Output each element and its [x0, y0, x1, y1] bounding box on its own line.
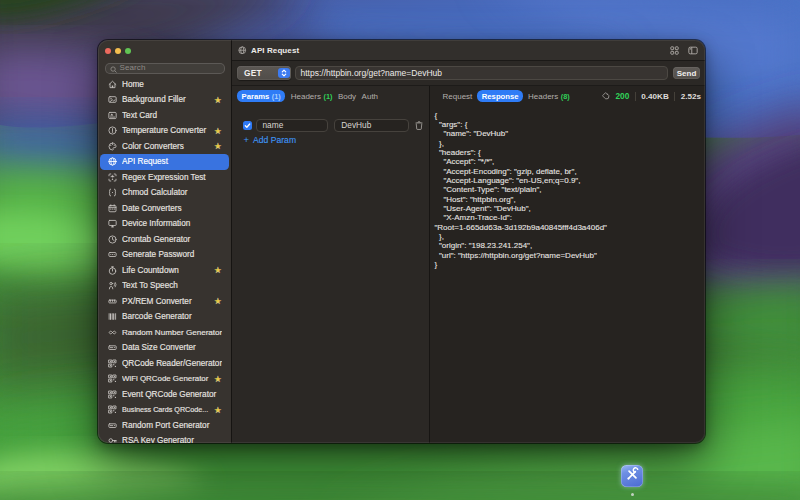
add-param-button[interactable]: + Add Param	[244, 135, 430, 145]
response-body[interactable]: { "args": { "name": "DevHub" }, "headers…	[430, 106, 705, 443]
qrcode-icon	[107, 405, 117, 415]
sidebar-item-label: Business Cards QRCode...	[122, 405, 209, 414]
favorite-star-icon: ★	[214, 266, 222, 275]
plus-icon: +	[244, 135, 250, 145]
sidebar-item-label: Data Size Converter	[122, 343, 222, 352]
sidebar: Search Home Background Filler ★ Text Car…	[98, 40, 232, 443]
drive-icon	[107, 420, 117, 430]
tab-request[interactable]: Request	[443, 92, 473, 101]
response-pane: Request Response Headers (8) 200	[430, 86, 705, 443]
sidebar-item-label: Device Information	[122, 219, 222, 228]
sidebar-item-label: Text Card	[122, 111, 222, 120]
url-input[interactable]: https://httpbin.org/get?name=DevHub	[295, 66, 668, 80]
infinity-icon	[107, 327, 117, 337]
sidebar-item-text-card[interactable]: Text Card	[100, 108, 229, 124]
tab-auth[interactable]: Auth	[362, 92, 378, 101]
sidebar-item-color-converters[interactable]: Color Converters ★	[100, 139, 229, 155]
sidebar-item-px-rem-converter[interactable]: PX/REM Converter ★	[100, 294, 229, 310]
sidebar-item-label: Life Countdown	[122, 266, 209, 275]
sidebar-item-background-filler[interactable]: Background Filler ★	[100, 92, 229, 108]
tab-params[interactable]: Params (1)	[237, 90, 285, 102]
search-icon	[110, 59, 117, 77]
sidebar-item-label: Date Converters	[122, 204, 222, 213]
request-tabs: Params (1) Headers (1) Body Auth	[232, 86, 429, 106]
param-checkbox[interactable]	[243, 121, 252, 130]
method-select[interactable]: GET	[237, 66, 291, 80]
sidebar-item-label: WiFi QRCode Generator	[122, 374, 209, 383]
sidebar-item-api-request[interactable]: API Request	[100, 154, 229, 170]
textcard-icon	[107, 110, 117, 120]
param-value-input[interactable]: DevHub	[334, 119, 408, 132]
sidebar-nav: Home Background Filler ★ Text Card Tempe…	[98, 77, 231, 444]
dock-running-dot	[631, 493, 634, 496]
palette-icon	[107, 141, 117, 151]
minimize-button[interactable]	[115, 48, 121, 54]
popup-chevrons-icon	[278, 68, 290, 79]
param-key-input[interactable]: name	[256, 119, 329, 132]
sidebar-item-label: Background Filler	[122, 95, 209, 104]
sidebar-item-label: Home	[122, 80, 222, 89]
sidebar-toggle-icon[interactable]	[688, 41, 698, 59]
sidebar-item-label: Crontab Generator	[122, 235, 222, 244]
sidebar-item-label: Barcode Generator	[122, 312, 222, 321]
sidebar-item-barcode-generator[interactable]: Barcode Generator	[100, 309, 229, 325]
globe-icon	[107, 157, 117, 167]
sidebar-item-label: Generate Password	[122, 250, 222, 259]
crossed-tools-icon	[625, 467, 640, 486]
sidebar-item-label: Random Port Generator	[122, 421, 222, 430]
sidebar-item-qrcode-reader-generator[interactable]: QRCode Reader/Generator	[100, 356, 229, 372]
sidebar-item-event-qrcode-generator[interactable]: Event QRCode Generator	[100, 387, 229, 403]
response-json: { "args": { "name": "DevHub" }, "headers…	[435, 111, 704, 270]
sidebar-item-label: API Request	[122, 157, 222, 166]
tab-response-headers[interactable]: Headers (8)	[528, 92, 570, 101]
favorite-star-icon: ★	[214, 142, 222, 151]
sidebar-item-label: QRCode Reader/Generator	[122, 359, 222, 368]
tab-headers[interactable]: Headers (1)	[291, 92, 333, 101]
clock-icon	[107, 234, 117, 244]
sidebar-item-regex-expression-test[interactable]: Regex Expression Test	[100, 170, 229, 186]
search-input[interactable]: Search	[105, 63, 225, 74]
barcode-icon	[107, 312, 117, 322]
param-row: name DevHub	[243, 119, 423, 132]
sidebar-item-data-size-converter[interactable]: Data Size Converter	[100, 340, 229, 356]
dock-devhub-icon[interactable]	[621, 465, 643, 487]
send-button[interactable]: Send	[673, 67, 700, 79]
sidebar-item-random-number-generator[interactable]: Random Number Generator	[100, 325, 229, 341]
sidebar-item-date-converters[interactable]: Date Converters	[100, 201, 229, 217]
timer-icon	[107, 265, 117, 275]
chmod-icon	[107, 188, 117, 198]
method-value: GET	[244, 68, 278, 78]
trash-icon[interactable]	[415, 121, 423, 130]
sidebar-item-life-countdown[interactable]: Life Countdown ★	[100, 263, 229, 279]
qrcode-icon	[107, 374, 117, 384]
zoom-button[interactable]	[125, 48, 131, 54]
traffic-lights	[98, 40, 231, 59]
tab-body[interactable]: Body	[338, 92, 356, 101]
sidebar-item-generate-password[interactable]: Generate Password	[100, 247, 229, 263]
favorite-star-icon: ★	[214, 406, 222, 415]
tab-response[interactable]: Response	[477, 90, 523, 102]
request-toolbar: GET https://httpbin.org/get?name=DevHub …	[232, 61, 705, 86]
sidebar-item-device-information[interactable]: Device Information	[100, 216, 229, 232]
sidebar-item-label: Temperature Converter	[122, 126, 209, 135]
sidebar-item-rsa-key-generator[interactable]: RSA Key Generator	[100, 433, 229, 443]
sidebar-item-business-cards-qrcode[interactable]: Business Cards QRCode... ★	[100, 402, 229, 418]
speech-icon	[107, 281, 117, 291]
response-size: 0.40KB	[641, 92, 668, 101]
close-button[interactable]	[105, 48, 111, 54]
sidebar-item-label: Text To Speech	[122, 281, 222, 290]
sidebar-item-home[interactable]: Home	[100, 77, 229, 93]
sidebar-item-random-port-generator[interactable]: Random Port Generator	[100, 418, 229, 434]
sidebar-item-label: RSA Key Generator	[122, 436, 222, 443]
window-title: API Request	[251, 46, 299, 55]
sidebar-item-crontab-generator[interactable]: Crontab Generator	[100, 232, 229, 248]
app-window: Search Home Background Filler ★ Text Car…	[98, 40, 705, 443]
grid-icon[interactable]	[670, 41, 679, 59]
sidebar-item-text-to-speech[interactable]: Text To Speech	[100, 278, 229, 294]
sidebar-item-chmod-calculator[interactable]: Chmod Calculator	[100, 185, 229, 201]
qrcode-icon	[107, 389, 117, 399]
sidebar-item-temperature-converter[interactable]: Temperature Converter ★	[100, 123, 229, 139]
sidebar-item-wifi-qrcode-generator[interactable]: WiFi QRCode Generator ★	[100, 371, 229, 387]
divider	[635, 92, 636, 101]
response-tabs: Request Response Headers (8) 200	[430, 86, 705, 106]
